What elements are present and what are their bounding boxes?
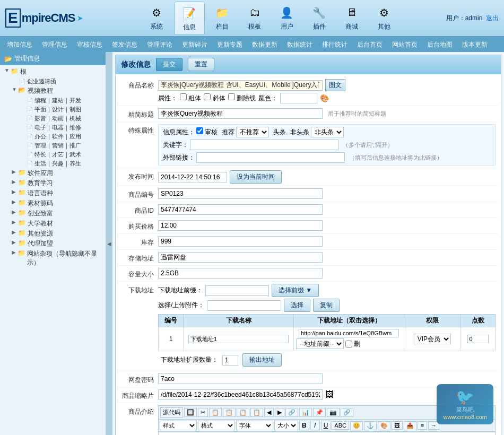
thumbnail-input[interactable] bbox=[158, 389, 323, 400]
format-select[interactable]: 格式 bbox=[198, 421, 235, 430]
second-nav-item-增加信息[interactable]: 增加信息 bbox=[3, 39, 37, 51]
sidebar-item-design[interactable]: 📄平面｜设计｜制图 bbox=[17, 105, 106, 114]
second-nav-item-数据更新[interactable]: 数据更新 bbox=[248, 39, 282, 51]
nav-item-plugin[interactable]: 🔧插件 bbox=[305, 2, 334, 35]
select-prefix-button[interactable]: 选择前缀 ▼ bbox=[272, 284, 319, 297]
tree-node-textbook[interactable]: ▶📁大学教材 bbox=[10, 219, 106, 229]
copy-text-button[interactable]: 📋 bbox=[209, 408, 222, 417]
nav-item-info[interactable]: 📝信息 bbox=[174, 2, 205, 35]
recommend-select[interactable]: 不推荐 推荐 bbox=[236, 127, 269, 137]
tree-node-material[interactable]: ▶📁素材源码 bbox=[10, 198, 106, 208]
sidebar-item-programming[interactable]: 📄编程｜建站｜开发 bbox=[17, 96, 106, 105]
reset-button[interactable]: 重置 bbox=[188, 58, 214, 71]
tree-node-education[interactable]: ▶📁教育学习 bbox=[10, 178, 106, 188]
nav-item-other[interactable]: ⚙其他 bbox=[369, 2, 399, 35]
capacity-input[interactable] bbox=[158, 268, 323, 279]
abc-button[interactable]: ABC bbox=[332, 421, 349, 430]
image2-button[interactable]: 🖼 bbox=[392, 421, 403, 430]
nav-item-column[interactable]: 📁栏目 bbox=[207, 2, 237, 35]
audit-label[interactable]: 审核 bbox=[196, 127, 218, 137]
underline-button[interactable]: U bbox=[321, 421, 331, 430]
anchor2-button[interactable]: ⚓ bbox=[364, 421, 377, 430]
dl-name-input[interactable] bbox=[188, 335, 289, 343]
tree-node-root[interactable]: ▼ 📁 根 bbox=[2, 67, 106, 77]
upload-button[interactable]: 📤 bbox=[404, 421, 416, 430]
buy-price-input[interactable] bbox=[158, 220, 323, 231]
nav-item-template[interactable]: 🗂模板 bbox=[240, 2, 270, 35]
dl-upload-input[interactable] bbox=[207, 300, 281, 311]
tree-node-startup[interactable]: ▶📁创业致富 bbox=[10, 208, 106, 219]
media-button[interactable]: 🔗 bbox=[341, 408, 353, 417]
sidebar-item-video[interactable]: 📄影音｜动画｜机械 bbox=[17, 114, 106, 123]
netdisk-pwd-input[interactable] bbox=[158, 373, 323, 384]
emoji-button[interactable]: 😊 bbox=[350, 421, 363, 430]
italic-checkbox[interactable] bbox=[204, 93, 211, 100]
source-code-button[interactable]: 源代码 bbox=[160, 407, 183, 417]
second-nav-item-审核信息[interactable]: 审核信息 bbox=[73, 39, 107, 51]
bold-format-button[interactable]: B bbox=[299, 421, 309, 430]
tree-node-language[interactable]: ▶📁语言语种 bbox=[10, 188, 106, 198]
paste-button[interactable]: 📋 bbox=[223, 408, 236, 417]
sidebar-item-invite[interactable]: 📄 创业邀请函 bbox=[10, 77, 106, 86]
keyword-input[interactable] bbox=[190, 140, 338, 150]
redo-button[interactable]: ▶ bbox=[275, 408, 284, 417]
preview-button[interactable]: 🔲 bbox=[184, 408, 197, 417]
paste-word-button[interactable]: 📋 bbox=[250, 408, 263, 417]
image-button[interactable]: 📷 bbox=[327, 408, 340, 417]
permission-select[interactable]: VIP会员 免费 bbox=[414, 334, 451, 344]
logout-link[interactable]: 退出 bbox=[486, 14, 499, 22]
nav-item-user[interactable]: 👤用户 bbox=[272, 2, 302, 35]
select-file-button[interactable]: 选择 bbox=[284, 299, 310, 312]
sidebar-item-talent[interactable]: 📄特长｜才艺｜武术 bbox=[17, 150, 106, 159]
dl-prefix-select[interactable]: --地址前缀-- bbox=[296, 338, 344, 349]
points-input[interactable] bbox=[467, 335, 489, 343]
brief-title-input[interactable] bbox=[158, 108, 323, 119]
sidebar-item-life[interactable]: 📄生活｜兴趣｜养生 bbox=[17, 159, 106, 168]
italic-checkbox-label[interactable]: 斜体 bbox=[204, 93, 225, 103]
second-nav-item-更新专题[interactable]: 更新专题 bbox=[213, 39, 247, 51]
second-nav-item-排行统计[interactable]: 排行统计 bbox=[318, 39, 352, 51]
second-nav-item-版本更新[interactable]: 版本更新 bbox=[458, 39, 492, 51]
dl-delete-checkbox[interactable] bbox=[345, 341, 352, 347]
cut-button[interactable]: ✂ bbox=[198, 408, 208, 417]
product-name-input[interactable] bbox=[158, 80, 323, 91]
nav-item-system[interactable]: ⚙系统 bbox=[142, 2, 171, 35]
product-id-input[interactable] bbox=[158, 204, 323, 215]
strikethrough-checkbox[interactable] bbox=[228, 93, 235, 100]
table-button[interactable]: 📊 bbox=[299, 408, 312, 417]
second-nav-item-签发信息[interactable]: 签发信息 bbox=[108, 39, 142, 51]
sidebar-collapse-arrow[interactable]: ◀ bbox=[106, 52, 112, 435]
submit-button[interactable]: 提交 bbox=[156, 58, 183, 71]
second-nav-item-数据统计[interactable]: 数据统计 bbox=[283, 39, 317, 51]
undo-button[interactable]: ◀ bbox=[264, 408, 274, 417]
second-nav-item-管理评论[interactable]: 管理评论 bbox=[143, 39, 177, 51]
external-link-input[interactable] bbox=[196, 152, 345, 163]
style-select[interactable]: 样式 bbox=[160, 421, 197, 430]
list-button[interactable]: ≡ bbox=[418, 421, 427, 430]
export-address-button[interactable]: 输出地址 bbox=[242, 353, 282, 367]
color2-button[interactable]: 🎨 bbox=[378, 421, 390, 430]
second-nav-item-更新碎片[interactable]: 更新碎片 bbox=[178, 39, 212, 51]
audit-checkbox[interactable] bbox=[196, 127, 203, 134]
anchor-button[interactable]: 📌 bbox=[313, 408, 326, 417]
product-no-input[interactable] bbox=[158, 188, 323, 199]
tree-node-agent[interactable]: ▶📁代理加盟 bbox=[10, 239, 106, 249]
stock-input[interactable] bbox=[158, 236, 323, 247]
color-input[interactable] bbox=[280, 93, 317, 103]
tree-node-video[interactable]: ▼ 📂 视频教程 bbox=[10, 86, 106, 96]
font-select[interactable]: 字体 bbox=[236, 421, 273, 430]
second-nav-item-网站首页[interactable]: 网站首页 bbox=[388, 39, 422, 51]
second-nav-item-后台地图[interactable]: 后台地图 bbox=[423, 39, 457, 51]
expand-count-input[interactable] bbox=[222, 355, 238, 366]
dl-prefix-input[interactable] bbox=[205, 285, 269, 296]
thumbnail-icon[interactable]: 🖼 bbox=[325, 390, 334, 399]
paste-plain-button[interactable]: 📋 bbox=[237, 408, 249, 417]
publish-time-input[interactable] bbox=[158, 172, 227, 182]
sidebar-item-office[interactable]: 📄办公｜软件｜应用 bbox=[17, 132, 106, 141]
tree-node-misc[interactable]: ▶📁网站杂项（导航隐藏不显示） bbox=[10, 249, 106, 268]
set-current-time-button[interactable]: 设为当前时间 bbox=[230, 170, 282, 184]
link-button[interactable]: 🔗 bbox=[285, 408, 298, 417]
bold-checkbox[interactable] bbox=[180, 93, 187, 100]
storage-input[interactable] bbox=[158, 252, 323, 263]
editor-content[interactable] bbox=[158, 432, 496, 435]
